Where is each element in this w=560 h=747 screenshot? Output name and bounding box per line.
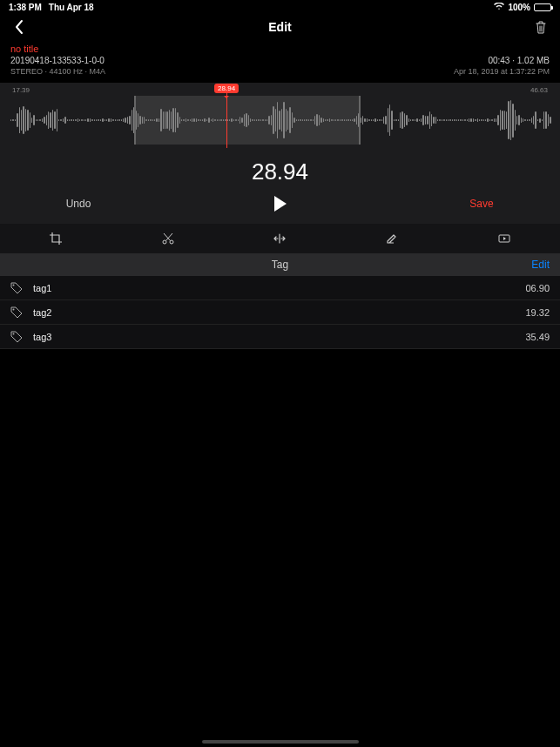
tag-icon <box>10 282 23 294</box>
save-button[interactable]: Save <box>464 198 499 210</box>
svg-point-3 <box>13 284 15 286</box>
svg-point-1 <box>170 240 173 244</box>
file-format-info: STEREO44100 HzM4A <box>10 67 105 76</box>
tag-name: tag2 <box>33 307 525 318</box>
tag-name: tag3 <box>33 332 525 342</box>
tag-time: 19.32 <box>525 307 550 318</box>
battery-pct: 100% <box>508 3 530 12</box>
selection-region[interactable] <box>134 96 361 145</box>
file-right-info: 00:431.02 MB <box>488 56 550 65</box>
file-duration: 00:43 <box>488 56 509 65</box>
crop-tool[interactable] <box>0 224 112 253</box>
tool-row <box>0 224 560 253</box>
waveform-area[interactable]: 17.39 46.63 <box>0 83 560 148</box>
file-format: M4A <box>83 67 105 76</box>
rename-tool[interactable] <box>336 224 449 253</box>
tag-row[interactable]: tag219.32 <box>0 300 560 325</box>
tag-section-header: Tag Edit <box>0 253 560 276</box>
tag-time: 35.49 <box>525 332 550 342</box>
tag-row[interactable]: tag335.49 <box>0 325 560 349</box>
tag-row[interactable]: tag106.90 <box>0 276 560 300</box>
status-date: Thu Apr 18 <box>49 3 94 12</box>
file-created: Apr 18, 2019 at 1:37:22 PM <box>454 67 550 76</box>
waveform-start-label: 17.39 <box>12 86 30 94</box>
tag-icon <box>10 331 23 343</box>
file-samplerate: 44100 Hz <box>43 67 83 76</box>
playhead[interactable] <box>226 91 227 148</box>
svg-point-0 <box>163 240 166 244</box>
status-bar: 1:38 PM Thu Apr 18 100% <box>0 0 560 14</box>
current-time: 28.94 <box>0 148 560 191</box>
undo-button[interactable]: Undo <box>61 198 96 210</box>
tag-time: 06.90 <box>525 283 550 293</box>
back-button[interactable] <box>10 18 28 36</box>
status-time: 1:38 PM <box>9 3 42 12</box>
svg-point-4 <box>13 308 15 310</box>
file-size: 1.02 MB <box>509 56 550 65</box>
waveform-end-label: 46.63 <box>530 86 548 94</box>
home-indicator <box>202 740 359 744</box>
transport-controls: Undo Save <box>0 191 560 224</box>
svg-point-5 <box>13 333 15 334</box>
tag-list: tag106.90tag219.32tag335.49 <box>0 276 560 349</box>
file-channels: STEREO <box>10 67 43 76</box>
file-title: no title <box>10 44 550 54</box>
tag-header-label: Tag <box>272 259 288 271</box>
page-title: Edit <box>0 20 560 34</box>
nav-bar: Edit <box>0 14 560 40</box>
split-tool[interactable] <box>224 224 336 253</box>
media-tool[interactable] <box>448 224 560 253</box>
tag-edit-button[interactable]: Edit <box>531 259 550 271</box>
file-name: 20190418-133533-1-0-0 <box>10 56 105 65</box>
battery-icon <box>534 3 551 11</box>
delete-button[interactable] <box>532 18 550 36</box>
tag-name: tag1 <box>33 283 525 293</box>
tag-icon <box>10 306 23 319</box>
cut-tool[interactable] <box>112 224 225 253</box>
file-meta: no title 20190418-133533-1-0-0 00:431.02… <box>0 40 560 83</box>
play-button[interactable] <box>274 196 287 212</box>
wifi-icon <box>494 3 504 12</box>
